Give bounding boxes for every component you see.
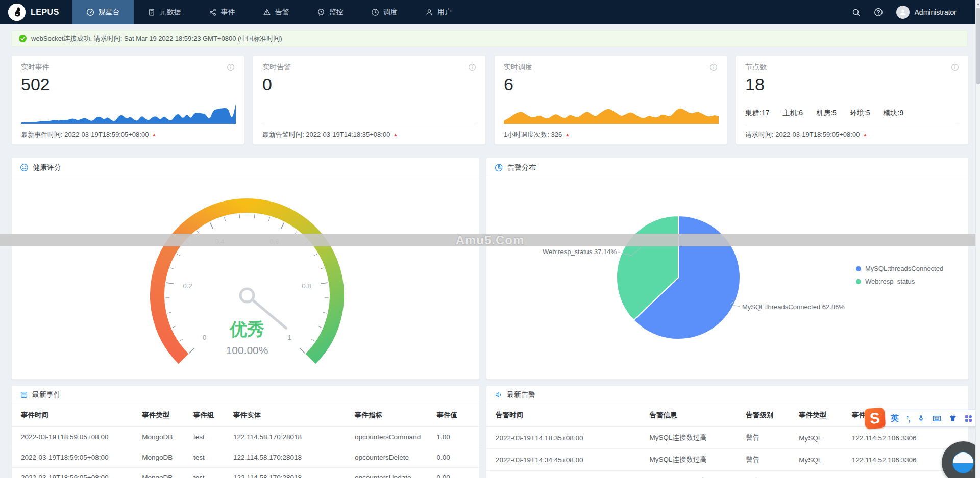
speaker-icon [495,391,503,399]
user-avatar[interactable] [896,6,910,19]
watermark-band: Amu5.Com [0,234,980,246]
info-icon[interactable] [951,63,959,71]
svg-text:MySQL:threadsConnected 62.86%: MySQL:threadsConnected 62.86% [742,303,845,311]
column-header: 事件值 [432,404,479,427]
table-cell: MongoDB [138,447,189,468]
caret-up-icon: ▲ [393,133,398,137]
brand[interactable]: LEPUS [0,0,72,24]
metadata-icon [148,8,156,16]
svg-text:0.8: 0.8 [302,282,311,290]
table-cell: 2022-03-19T14:18:04+08:00 [486,471,646,478]
realtime-dispatch-sparkline [504,100,719,124]
stat-footer-text: 请求时间: 2022-03-19T18:59:05+08:00 [745,130,860,139]
stat-card-realtime-alarms: 实时告警0最新告警时间: 2022-03-19T14:18:35+08:00▲ [253,55,486,145]
stat-card-title: 实时事件 [21,63,50,72]
table-cell: MySQL连接数过高 [646,449,742,471]
ime-punctuation-button[interactable]: ’, [906,414,910,423]
node-stat-主机: 主机:6 [782,109,803,118]
nav-item-事件[interactable]: 事件 [195,0,249,24]
node-stat-模块: 模块:9 [884,109,904,118]
column-header: 事件指标 [351,404,432,427]
table-cell: 0.00 [432,447,479,468]
table-cell: test [189,427,229,447]
svg-text:0.2: 0.2 [183,282,192,290]
stat-card-realtime-dispatch: 实时调度61小时调度次数: 326▲ [494,55,727,145]
alarm-distribution-card: 告警分布 Web:resp_status 37.14%MySQL:threads… [486,157,969,380]
table-cell: opcountersUpdate [351,468,432,478]
info-icon[interactable] [227,63,235,71]
column-header: 告警时间 [486,404,646,427]
success-check-icon [19,35,27,42]
table-cell: 2022-03-19T14:18:35+08:00 [486,427,646,449]
stat-card-footer: 最新告警时间: 2022-03-19T14:18:35+08:00▲ [262,125,476,139]
table-cell: 警告 [742,449,795,471]
stat-card-footer: 请求时间: 2022-03-19T18:59:05+08:00▲ [745,125,959,139]
nav-item-调度[interactable]: 调度 [357,0,411,24]
table-cell: 1.00 [432,427,479,447]
latest-events-title: 最新事件 [32,390,61,399]
table-cell: MySQL [795,471,848,478]
ime-menu-grid-icon[interactable] [965,415,972,422]
health-score-title: 健康评分 [33,163,61,172]
table-row: 2022-03-19T18:59:05+08:00MongoDBtest122.… [12,468,479,478]
nav-item-观星台[interactable]: 观星台 [72,0,134,24]
column-header: 事件组 [189,404,229,427]
table-cell: 122.114.58.170:28018 [229,427,351,447]
node-stat-环境: 环境:5 [850,109,870,118]
table-row: 2022-03-19T18:59:05+08:00MongoDBtest122.… [12,447,479,468]
table-cell: MySQL连接数过高 [646,427,742,449]
stat-footer-text: 最新事件时间: 2022-03-19T18:59:05+08:00 [21,130,149,139]
collapse-caret-icon[interactable]: ▾ [970,467,973,474]
table-row: 2022-03-19T14:18:35+08:00MySQL连接数过高警告MyS… [486,427,968,449]
stat-footer-text: 1小时调度次数: 326 [504,130,562,139]
svg-text:100.00%: 100.00% [226,344,268,356]
username[interactable]: Administrator [915,8,957,16]
ime-lang-button[interactable]: 英 [891,413,899,424]
clock-icon [371,8,379,16]
warning-icon [263,8,271,16]
ime-keyboard-button[interactable] [933,415,941,422]
ime-skin-button[interactable] [949,415,957,422]
ime-mic-button[interactable] [917,414,925,422]
help-icon[interactable] [874,8,883,17]
monitor-icon [317,8,325,16]
event-icon [209,8,217,16]
nav-item-告警[interactable]: 告警 [249,0,303,24]
latest-events-table-wrap: 事件时间事件类型事件组事件实体事件指标事件值2022-03-19T18:59:0… [12,404,479,478]
pie-chart-icon [495,163,503,172]
stat-card-title: 实时调度 [504,63,532,72]
node-stat-集群: 集群:17 [745,109,769,118]
scrollbar-thumb[interactable] [976,8,980,84]
user-icon [425,8,433,16]
scrollbar-up-arrow[interactable]: ▲ [976,0,980,7]
stat-card-title: 实时告警 [262,63,291,72]
legend-item-MySQL:threadsConnected[interactable]: MySQL:threadsConnected [856,265,943,272]
table-cell: 122.114.58.170:28018 [229,447,351,468]
table-row: 2022-03-19T18:59:05+08:00MongoDBtest122.… [12,427,479,447]
search-icon[interactable] [852,8,861,17]
svg-text:1: 1 [288,334,291,341]
column-header: 事件时间 [12,404,138,427]
table-cell: 警告 [742,471,795,478]
nav-item-label: 事件 [221,8,235,17]
nav-item-监控[interactable]: 监控 [303,0,357,24]
table-cell: 0.00 [432,468,479,478]
alarm-distribution-title: 告警分布 [507,163,536,172]
nav-item-元数据[interactable]: 元数据 [134,0,195,24]
table-cell: 2022-03-19T18:59:05+08:00 [12,427,138,447]
ime-logo-icon[interactable]: S [864,408,886,430]
info-icon[interactable] [468,63,476,71]
stat-card-footer: 最新事件时间: 2022-03-19T18:59:05+08:00▲ [21,125,235,139]
caret-up-icon: ▲ [565,133,570,137]
info-icon[interactable] [709,63,718,71]
table-cell: MySQL [795,427,848,449]
stat-card-footer: 1小时调度次数: 326▲ [504,125,718,139]
nav-item-用户[interactable]: 用户 [411,0,465,24]
latest-events-header: 最新事件 [12,386,479,404]
ime-toolbar: S 英 ’, [865,408,979,429]
health-gauge-body: 00.20.40.60.81优秀100.00% [12,178,479,379]
table-header-row: 事件时间事件类型事件组事件实体事件指标事件值 [12,404,479,427]
legend-item-Web:resp_status[interactable]: Web:resp_status [856,278,943,285]
nav-item-label: 告警 [275,8,289,17]
stat-card-value: 18 [745,75,959,94]
